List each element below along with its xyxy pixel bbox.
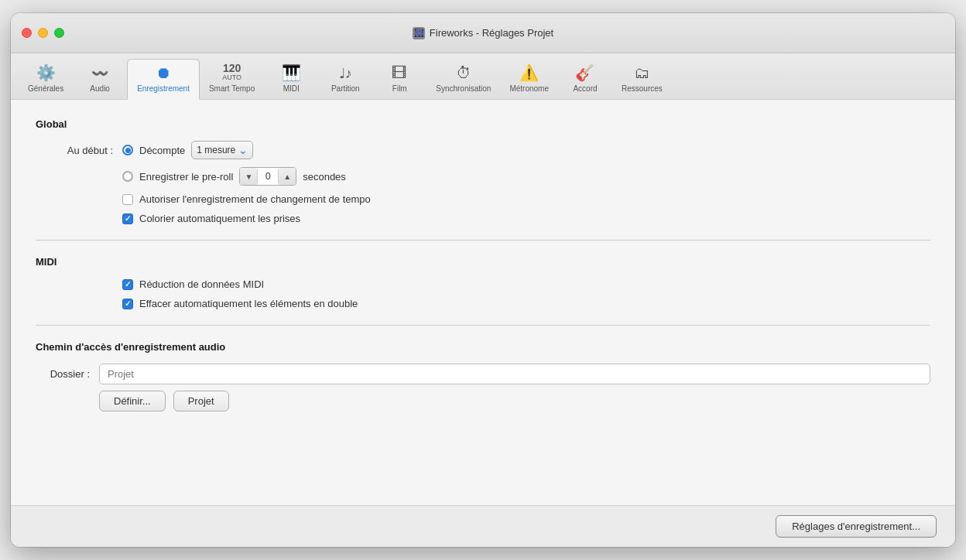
au-debut-label: Au début : [51,145,113,156]
stepper-up-button[interactable]: ▲ [279,168,296,185]
chemin-section-title: Chemin d'accès d'enregistrement audio [36,341,930,353]
titlebar: 🎆 Fireworks - Réglages Projet [11,13,955,53]
colorier-label: Colorier automatiquement les prises [139,213,300,224]
pre-roll-label: Enregistrer le pre-roll [139,171,233,183]
app-icon: 🎆 [413,27,425,39]
colorier-row: Colorier automatiquement les prises [122,213,930,224]
stepper-down-button[interactable]: ▼ [240,168,257,185]
tab-midi[interactable]: 🎹 MIDI [264,59,318,99]
pre-roll-row: Enregistrer le pre-roll ▼ 0 ▲ secondes [122,167,930,186]
colorier-checkbox[interactable] [122,213,133,224]
enregistrement-icon: ⏺ [156,64,171,82]
tab-synchronisation[interactable]: ⏱ Synchronisation [426,60,500,99]
decompte-label: Décompte [139,145,185,156]
autoriser-checkbox[interactable] [122,194,133,205]
minimize-button[interactable] [38,28,48,38]
tab-accord[interactable]: 🎸 Accord [558,59,612,99]
main-window: 🎆 Fireworks - Réglages Projet ⚙️ Général… [11,13,955,547]
synchronisation-icon: ⏱ [456,64,471,82]
tab-metronome[interactable]: ⚠️ Métronome [500,59,558,99]
dossier-label: Dossier : [36,368,90,380]
partition-icon: ♩♪ [339,65,352,82]
content-area: Global Au début : Décompte 1 mesure ⌄ En [11,100,955,505]
generales-icon: ⚙️ [36,63,56,82]
global-section-title: Global [36,118,930,130]
midi-section-title: MIDI [36,256,930,268]
toolbar: ⚙️ Générales 〰️ Audio ⏺ Enregistrement 1… [11,53,955,100]
chemin-buttons: Définir... Projet [99,391,930,411]
reduction-row: Réduction de données MIDI [122,278,930,290]
tab-film[interactable]: 🎞 Film [372,60,426,99]
accord-icon: 🎸 [575,63,594,82]
midi-section: MIDI Réduction de données MIDI Effacer a… [36,256,930,309]
stepper-value: 0 [257,169,279,183]
projet-button[interactable]: Projet [173,391,229,411]
tab-smart-tempo[interactable]: 120 AUTO Smart Tempo [200,58,264,99]
metronome-icon: ⚠️ [519,63,539,82]
reduction-label: Réduction de données MIDI [139,278,264,290]
bottom-bar: Réglages d'enregistrement... [11,505,955,547]
effacer-label: Effacer automatiquement les éléments en … [139,298,358,309]
maximize-button[interactable] [54,28,64,38]
dossier-input[interactable] [99,364,930,384]
decompte-select-value: 1 mesure [197,145,235,155]
au-debut-row: Au début : Décompte 1 mesure ⌄ [51,141,930,159]
tab-generales[interactable]: ⚙️ Générales [19,59,73,99]
divider-1 [36,240,930,241]
divider-2 [36,325,930,326]
global-section: Global Au début : Décompte 1 mesure ⌄ En [36,118,930,224]
tab-partition[interactable]: ♩♪ Partition [318,60,372,99]
close-button[interactable] [22,28,32,38]
effacer-row: Effacer automatiquement les éléments en … [122,298,930,309]
decompte-radio[interactable] [122,145,133,155]
secondes-label: secondes [303,171,346,183]
reduction-checkbox[interactable] [122,279,133,290]
effacer-checkbox[interactable] [122,299,133,309]
definir-button[interactable]: Définir... [99,391,166,411]
film-icon: 🎞 [392,64,407,82]
autoriser-label: Autoriser l'enregistrement de changement… [139,193,371,205]
window-title: 🎆 Fireworks - Réglages Projet [413,27,553,39]
traffic-lights [22,28,64,38]
chevron-down-icon: ⌄ [238,144,248,156]
tab-audio[interactable]: 〰️ Audio [73,60,127,99]
midi-icon: 🎹 [282,63,301,82]
dossier-row: Dossier : [36,364,930,384]
tab-ressources[interactable]: 🗂 Ressources [612,60,672,99]
autoriser-row: Autoriser l'enregistrement de changement… [122,193,930,205]
pre-roll-radio[interactable] [122,171,133,182]
ressources-icon: 🗂 [634,64,649,82]
audio-icon: 〰️ [91,65,108,82]
pre-roll-stepper[interactable]: ▼ 0 ▲ [239,167,296,186]
tab-enregistrement[interactable]: ⏺ Enregistrement [127,59,200,100]
decompte-select[interactable]: 1 mesure ⌄ [191,141,253,159]
chemin-section: Chemin d'accès d'enregistrement audio Do… [36,341,930,411]
reglages-enregistrement-button[interactable]: Réglages d'enregistrement... [776,515,937,538]
